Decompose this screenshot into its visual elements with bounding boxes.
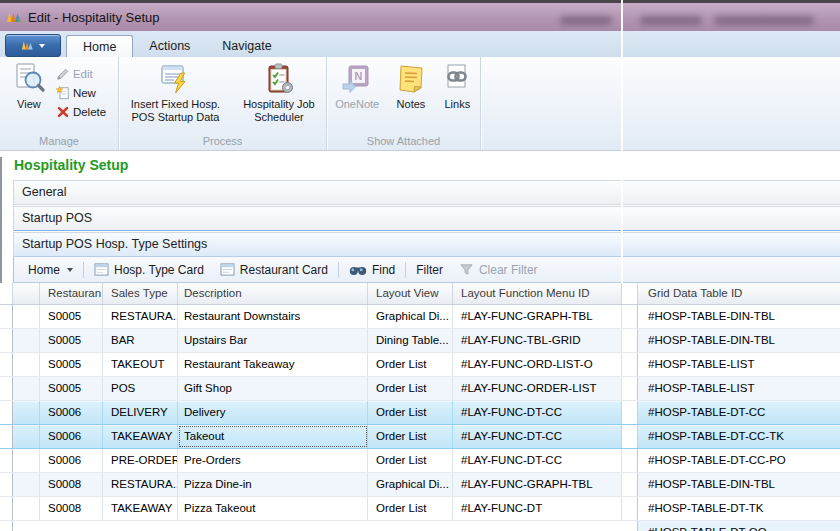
background-window-blurred-text [714, 16, 814, 25]
toolbar-separator [338, 262, 339, 278]
fasttab-startup-pos[interactable]: Startup POS [13, 206, 840, 231]
column-header-restaurant-no[interactable]: Restauran... [40, 283, 103, 304]
onenote-button[interactable]: N OneNote [327, 60, 387, 114]
scheduler-clipboard-icon [263, 63, 295, 95]
table-row[interactable]: S0008 TAKEAWAY Pizza Takeout Order List … [0, 497, 840, 521]
group-label-show-attached: Show Attached [327, 135, 480, 147]
overlay-window-gap [622, 497, 638, 520]
row-selector[interactable] [13, 449, 40, 472]
grid-toolbar: Home Hosp. Type Card Resta [13, 257, 840, 283]
menu-caret-icon [39, 44, 45, 48]
links-button[interactable]: Links [435, 60, 480, 114]
row-selector[interactable] [13, 353, 40, 376]
group-label-process: Process [119, 135, 326, 147]
overlay-window-gap [622, 353, 638, 376]
column-header-layout-function-menu-id[interactable]: Layout Function Menu ID [453, 283, 622, 304]
tab-navigate[interactable]: Navigate [206, 35, 287, 57]
hosp-type-card-button[interactable]: Hosp. Type Card [86, 257, 212, 282]
row-selector[interactable] [13, 401, 40, 424]
column-header-description[interactable]: Description [178, 283, 368, 304]
overlay-window-gap [622, 329, 638, 352]
overlay-window-gap [622, 425, 638, 448]
row-selector[interactable] [13, 329, 40, 352]
hospitality-job-scheduler-button[interactable]: Hospitality Job Scheduler [232, 60, 326, 126]
toolbar-separator [83, 262, 84, 278]
column-header-layout-view[interactable]: Layout View [368, 283, 453, 304]
table-row-partial[interactable]: #HOSP-TABLE-DT-OO [0, 521, 840, 531]
overlay-window-gap [622, 401, 638, 424]
view-document-magnifier-icon [13, 63, 45, 95]
table-row[interactable]: S0005 POS Gift Shop Order List #LAY-FUNC… [0, 377, 840, 401]
page-title: Hospitality Setup [14, 157, 128, 173]
overlay-window-gap [622, 449, 638, 472]
overlay-window-gap [622, 283, 638, 304]
overlay-window-gap [622, 521, 638, 531]
edit-button[interactable]: Edit [53, 64, 109, 83]
table-row[interactable]: S0005 RESTAURA... Restaurant Downstairs … [0, 305, 840, 329]
ribbon-group-manage: View Edit [0, 57, 119, 150]
restaurant-card-button[interactable]: Restaurant Card [212, 257, 336, 282]
ribbon-tab-strip: Home Actions Navigate [0, 31, 840, 57]
clear-filter-funnel-icon [459, 262, 474, 277]
delete-button[interactable]: Delete [53, 102, 109, 121]
column-header-grid-data-table-id[interactable]: Grid Data Table ID [638, 283, 840, 304]
delete-x-icon [56, 105, 70, 119]
gutter [0, 283, 13, 304]
table-row[interactable]: S0005 TAKEOUT Restaurant Takeaway Order … [0, 353, 840, 377]
overlay-window-gap [622, 305, 638, 328]
table-header-row: Restauran... Sales Type Description Layo… [0, 283, 840, 305]
svg-text:N: N [355, 70, 363, 82]
ribbon-group-show-attached: N OneNote [327, 57, 481, 150]
view-button[interactable]: View [9, 60, 49, 114]
row-selector-header[interactable] [13, 283, 40, 304]
ribbon-group-process: Insert Fixed Hosp. POS Startup Data [119, 57, 327, 150]
application-window: Edit - Hospitality Setup Home Actions Na… [0, 0, 840, 531]
row-selector[interactable] [13, 425, 40, 448]
toolbar-separator [405, 262, 406, 278]
card-icon [220, 263, 235, 276]
table-row[interactable]: S0005 BAR Upstairs Bar Dining Table... #… [0, 329, 840, 353]
dynamics-logo-icon [21, 39, 34, 52]
table-row[interactable]: S0006 PRE-ORDER Pre-Orders Order List #L… [0, 449, 840, 473]
background-window-blurred-text [640, 16, 702, 25]
toolbar-home-menu[interactable]: Home [14, 257, 81, 282]
notes-sticky-icon [395, 63, 427, 95]
window-title: Edit - Hospitality Setup [28, 10, 160, 25]
find-button[interactable]: Find [341, 257, 403, 282]
settings-table: Restauran... Sales Type Description Layo… [0, 283, 840, 531]
dynamics-nav-app-icon [6, 9, 22, 25]
row-selector[interactable] [13, 473, 40, 496]
new-button[interactable]: New [53, 83, 109, 102]
card-icon [94, 263, 109, 276]
overlay-window-gap [622, 473, 638, 496]
group-label-manage: Manage [0, 135, 118, 147]
focused-cell[interactable]: Takeout [178, 425, 368, 448]
fasttab-startup-pos-hosp-type-settings[interactable]: Startup POS Hosp. Type Settings [13, 232, 840, 257]
insert-fixed-hosp-pos-startup-data-button[interactable]: Insert Fixed Hosp. POS Startup Data [119, 60, 232, 126]
table-row-selected[interactable]: S0006 DELIVERY Delivery Order List #LAY-… [0, 401, 840, 425]
background-window-blurred-text [560, 16, 612, 25]
row-selector[interactable] [13, 305, 40, 328]
table-row[interactable]: S0008 RESTAURA... Pizza Dine-in Graphica… [0, 473, 840, 497]
overlay-window-gap [622, 377, 638, 400]
row-selector[interactable] [13, 497, 40, 520]
row-selector[interactable] [13, 377, 40, 400]
caret-down-icon [67, 268, 73, 272]
window-titlebar[interactable]: Edit - Hospitality Setup [0, 3, 840, 31]
startup-data-lightning-icon [159, 63, 191, 95]
application-menu-button[interactable] [5, 34, 61, 57]
window-divider [621, 0, 623, 283]
new-document-icon [56, 86, 70, 100]
column-header-sales-type[interactable]: Sales Type [103, 283, 178, 304]
clear-filter-button[interactable]: Clear Filter [451, 257, 546, 282]
table-row-selected[interactable]: S0006 TAKEAWAY Takeout Order List #LAY-F… [0, 425, 840, 449]
filter-button[interactable]: Filter [408, 257, 451, 282]
tab-actions[interactable]: Actions [133, 35, 206, 57]
tab-home[interactable]: Home [66, 35, 133, 58]
pencil-icon [56, 67, 70, 81]
binoculars-icon [349, 264, 367, 276]
links-chain-icon [441, 63, 473, 95]
ribbon: View Edit [0, 57, 840, 151]
notes-button[interactable]: Notes [387, 60, 434, 114]
fasttab-general[interactable]: General [13, 180, 840, 205]
